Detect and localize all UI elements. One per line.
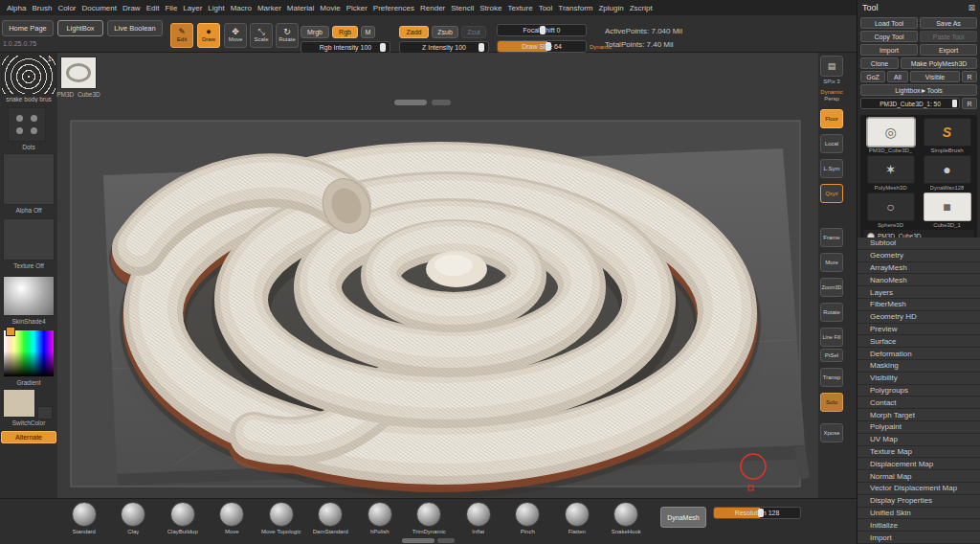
persp-toggle[interactable]: DynamicPersp xyxy=(816,89,847,102)
current-tool-thumbnail[interactable] xyxy=(60,57,97,89)
zcut-button[interactable]: Zcut xyxy=(461,26,486,38)
menu-item[interactable]: Picker xyxy=(344,4,370,12)
local-toggle[interactable]: Local xyxy=(820,134,843,153)
tool-subpalette-row[interactable]: Preview xyxy=(858,324,980,336)
focal-shift-slider[interactable]: Focal Shift 0 xyxy=(497,24,587,36)
load-tool-button[interactable]: Load Tool xyxy=(860,17,918,29)
frame-button[interactable]: Frame xyxy=(820,228,843,247)
live-boolean-button[interactable]: Live Boolean xyxy=(107,20,163,36)
alternate-button[interactable]: Alternate xyxy=(1,431,56,443)
tool-subpalette-row[interactable]: Normal Map xyxy=(858,470,980,483)
tool-thumbnail-image[interactable]: ◎ xyxy=(867,118,915,147)
slider-knob[interactable] xyxy=(952,100,957,107)
scrollbar-track[interactable] xyxy=(437,538,455,543)
spix-button[interactable]: ▤ xyxy=(820,56,843,77)
brush-item[interactable]: hPolish xyxy=(355,502,405,534)
more-button[interactable]: More xyxy=(820,253,843,272)
save-as-button[interactable]: Save As xyxy=(920,17,977,29)
tool-subpalette-row[interactable]: Surface xyxy=(858,335,980,348)
tool-thumbnail-image[interactable]: ■ xyxy=(924,193,971,221)
tool-subpalette-row[interactable]: NanoMesh xyxy=(858,274,980,286)
tool-subpalette-row[interactable]: Contact xyxy=(858,397,980,409)
scrollbar-handle[interactable] xyxy=(402,538,434,543)
menu-item[interactable]: Material xyxy=(284,4,317,12)
solo-toggle[interactable]: Solo xyxy=(820,393,843,412)
menu-item[interactable]: Tool xyxy=(536,4,556,12)
menu-item[interactable]: Document xyxy=(79,4,120,12)
tool-subpalette-row[interactable]: ArrayMesh xyxy=(858,262,980,275)
menu-item[interactable]: Alpha xyxy=(4,4,29,12)
menu-item[interactable]: Stencil xyxy=(448,4,477,12)
menu-item[interactable]: Draw xyxy=(120,4,144,12)
tool-subpalette-row[interactable]: Unified Skin xyxy=(858,508,980,520)
tool-thumbnail[interactable]: ✶ PolyMesh3D xyxy=(863,155,918,191)
zadd-button[interactable]: Zadd xyxy=(399,26,429,38)
zsub-button[interactable]: Zsub xyxy=(432,26,458,38)
selected-color-swatch[interactable] xyxy=(6,327,15,336)
brush-item[interactable]: Move xyxy=(208,502,257,534)
import-button[interactable]: Import xyxy=(860,44,918,56)
goz-button[interactable]: GoZ xyxy=(860,71,885,82)
tool-subpalette-row[interactable]: Geometry xyxy=(858,250,980,262)
main-color-swatch[interactable] xyxy=(3,389,35,418)
scale-mode-button[interactable]: ⤡ Scale xyxy=(250,23,273,48)
export-button[interactable]: Export xyxy=(920,44,977,56)
close-icon[interactable]: ⊠ xyxy=(968,3,975,12)
menu-item[interactable]: Zplugin xyxy=(595,4,626,12)
menu-item[interactable]: Light xyxy=(205,4,227,12)
brush-item[interactable]: ClayBuildup xyxy=(158,502,208,534)
color-picker[interactable] xyxy=(3,329,55,377)
menu-item[interactable]: Texture xyxy=(504,4,535,12)
tool-subpalette-row[interactable]: UV Map xyxy=(858,434,980,446)
edit-mode-button[interactable]: ✎ Edit xyxy=(170,23,193,48)
tool-subpalette-row[interactable]: FiberMesh xyxy=(858,299,980,311)
menu-item[interactable]: Transform xyxy=(555,4,595,12)
goz-all-button[interactable]: All xyxy=(887,71,908,82)
transp-toggle[interactable]: Transp xyxy=(820,368,843,387)
texture-thumbnail[interactable] xyxy=(3,218,55,261)
copy-tool-button[interactable]: Copy Tool xyxy=(860,31,918,42)
secondary-color-swatch[interactable] xyxy=(37,406,53,419)
active-tool-slider[interactable]: PM3D_Cube3D_1: 50 xyxy=(860,98,960,109)
menu-item[interactable]: Layer xyxy=(180,4,205,12)
tool-thumbnail-image[interactable]: ✶ xyxy=(867,155,915,184)
brush-item[interactable]: Pinch xyxy=(503,502,553,534)
resolution-slider[interactable]: Resolution 128 xyxy=(713,507,801,519)
tool-thumbnail[interactable]: ◎ PM3D_Cube3D_ xyxy=(863,118,918,153)
material-thumbnail[interactable] xyxy=(3,276,55,316)
home-page-button[interactable]: Home Page xyxy=(2,20,54,36)
draw-mode-button[interactable]: ● Draw xyxy=(197,23,220,48)
tool-subpalette-row[interactable]: Deformation xyxy=(858,348,980,360)
m-button[interactable]: M xyxy=(361,26,375,38)
tool-subpalette-row[interactable]: Display Properties xyxy=(858,495,980,508)
brush-item[interactable]: SnakeHook xyxy=(602,502,652,534)
brush-item[interactable]: Move Topologic xyxy=(256,502,306,534)
tool-thumbnail[interactable]: S SimpleBrush xyxy=(920,118,974,153)
brush-item[interactable]: Flatten xyxy=(552,502,602,534)
sculpt-viewport[interactable] xyxy=(57,53,818,498)
menu-item[interactable]: Macro xyxy=(228,4,255,12)
menu-item[interactable]: Render xyxy=(417,4,448,12)
draw-size-slider[interactable]: Draw Size 64 xyxy=(497,40,587,53)
tool-subpalette-row[interactable]: Polygroups xyxy=(858,385,980,397)
tool-subpalette-row[interactable]: Import xyxy=(858,532,980,544)
tool-subpalette-row[interactable]: Polypaint xyxy=(858,421,980,434)
tool-thumbnail-image[interactable]: S xyxy=(924,118,971,147)
qxyz-toggle[interactable]: Qxyz xyxy=(820,184,843,203)
mrgb-button[interactable]: Mrgb xyxy=(301,26,329,38)
tray-scrollbar[interactable] xyxy=(402,538,455,543)
brush-item[interactable]: Standard xyxy=(59,502,109,534)
tool-r-button[interactable]: R xyxy=(962,98,977,109)
slider-knob[interactable] xyxy=(380,43,386,52)
tool-thumbnail[interactable]: ■ Cube3D_1 xyxy=(920,193,974,228)
menu-item[interactable]: Preferences xyxy=(370,4,417,12)
menu-item[interactable]: File xyxy=(162,4,180,12)
tool-thumbnail[interactable]: ● DynaWax128 xyxy=(920,155,974,191)
tool-subpalette-row[interactable]: Masking xyxy=(858,360,980,373)
menu-item[interactable]: Edit xyxy=(144,4,163,12)
tool-subpalette-row[interactable]: Layers xyxy=(858,286,980,299)
floor-toggle[interactable]: Floor xyxy=(820,109,843,128)
paste-tool-button[interactable]: Paste Tool xyxy=(920,31,977,42)
linefill-toggle[interactable]: Line Fill xyxy=(820,328,843,347)
tool-thumbnail[interactable]: ○ Sphere3D xyxy=(863,193,918,228)
